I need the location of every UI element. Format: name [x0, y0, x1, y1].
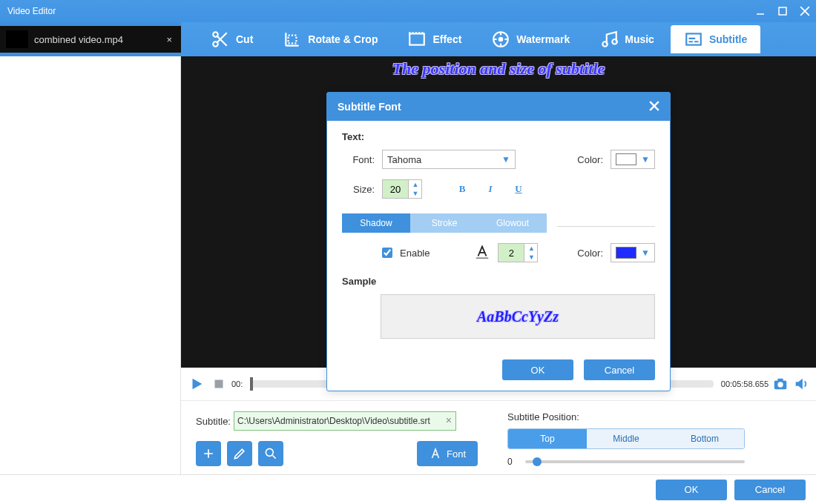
shadow-offset-icon: [474, 244, 490, 262]
shadow-color-label: Color:: [570, 248, 603, 259]
file-thumb: [6, 30, 28, 48]
title-bar: Video Editor: [0, 0, 816, 22]
shadow-offset-input[interactable]: [499, 244, 524, 262]
shadow-color-swatch: [616, 247, 636, 259]
divider: [557, 226, 655, 227]
close-button[interactable]: [794, 0, 816, 22]
tab-cut[interactable]: Cut: [197, 25, 266, 53]
enable-checkbox[interactable]: [382, 248, 392, 258]
svg-point-8: [613, 39, 618, 44]
effect-glowout-tab[interactable]: Glowout: [478, 213, 547, 233]
side-panel: [0, 56, 181, 474]
svg-rect-4: [410, 33, 425, 44]
svg-point-7: [603, 42, 608, 47]
tab-effect[interactable]: Effect: [394, 25, 475, 53]
modal-overlay: Subtitle Font Text: Font: Tahoma ▼ Color…: [181, 56, 816, 474]
window-title: Video Editor: [7, 6, 56, 16]
svg-point-6: [499, 37, 504, 42]
size-down-button[interactable]: ▼: [409, 189, 422, 198]
size-up-button[interactable]: ▲: [409, 180, 422, 189]
text-color-dropdown[interactable]: ▼: [611, 150, 655, 169]
tab-music[interactable]: Music: [586, 25, 668, 53]
file-tab-label: combined video.mp4: [34, 34, 163, 45]
effect-shadow-tab[interactable]: Shadow: [342, 213, 410, 233]
subtitle-font-modal: Subtitle Font Text: Font: Tahoma ▼ Color…: [326, 92, 671, 391]
main-toolbar: combined video.mp4 × Cut Rotate & Crop E…: [0, 22, 816, 56]
text-color-swatch: [616, 153, 636, 165]
svg-point-1: [213, 32, 218, 37]
tab-watermark[interactable]: Watermark: [478, 25, 583, 53]
chevron-down-icon: ▼: [501, 154, 510, 165]
shadow-up-button[interactable]: ▲: [524, 244, 538, 253]
sample-label: Sample: [342, 276, 655, 287]
size-label: Size:: [342, 184, 375, 195]
bold-button[interactable]: B: [452, 179, 473, 199]
modal-ok-button[interactable]: OK: [502, 359, 573, 380]
enable-label: Enable: [400, 248, 430, 259]
shadow-offset-spinner[interactable]: ▲ ▼: [498, 243, 538, 262]
chevron-down-icon: ▼: [641, 248, 650, 258]
underline-button[interactable]: U: [508, 179, 529, 199]
bottom-bar: OK Cancel: [0, 474, 816, 504]
size-spinner[interactable]: ▲ ▼: [382, 179, 422, 199]
chevron-down-icon: ▼: [641, 154, 650, 165]
size-input[interactable]: [383, 180, 408, 198]
shadow-down-button[interactable]: ▼: [524, 253, 538, 262]
text-color-label: Color:: [570, 154, 603, 165]
ok-button[interactable]: OK: [656, 480, 727, 500]
tab-subtitle[interactable]: Subtitle: [671, 25, 760, 53]
effect-stroke-tab[interactable]: Stroke: [410, 213, 478, 233]
modal-cancel-button[interactable]: Cancel: [584, 359, 655, 380]
text-section-label: Text:: [342, 131, 655, 142]
modal-title: Subtitle Font: [338, 101, 401, 113]
italic-button[interactable]: I: [480, 179, 501, 199]
maximize-button[interactable]: [771, 0, 794, 22]
watermark-icon: [491, 30, 510, 49]
shadow-color-dropdown[interactable]: ▼: [611, 243, 655, 262]
music-icon: [599, 30, 619, 49]
sample-preview: AaBbCcYyZz: [381, 294, 655, 339]
tab-rotate-crop[interactable]: Rotate & Crop: [269, 25, 391, 53]
file-tab-close-icon[interactable]: ×: [163, 34, 175, 45]
scissors-icon: [211, 30, 230, 49]
svg-rect-0: [779, 7, 786, 15]
cancel-button[interactable]: Cancel: [734, 480, 806, 500]
sample-text: AaBbCcYyZz: [477, 308, 559, 325]
svg-point-2: [213, 42, 218, 47]
rotate-crop-icon: [283, 30, 302, 49]
modal-close-button[interactable]: [649, 101, 659, 113]
minimize-button[interactable]: [749, 0, 771, 22]
svg-rect-3: [289, 36, 297, 44]
effect-icon: [407, 30, 427, 49]
subtitle-icon: [684, 30, 703, 49]
file-tab[interactable]: combined video.mp4 ×: [0, 26, 181, 53]
font-dropdown[interactable]: Tahoma ▼: [382, 150, 516, 169]
font-label: Font:: [342, 154, 375, 165]
modal-title-bar: Subtitle Font: [327, 93, 670, 121]
